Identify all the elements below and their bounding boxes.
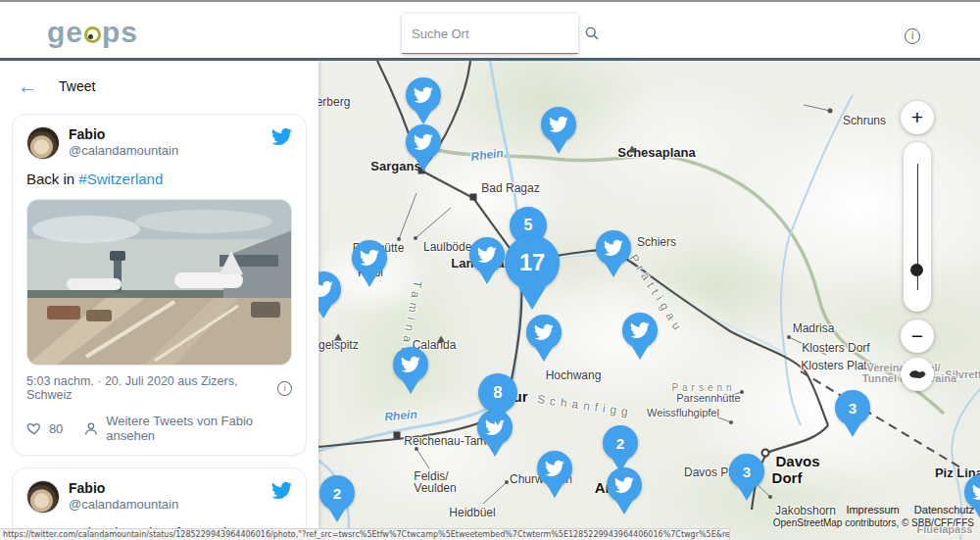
tweet-cluster-marker[interactable]: 2	[319, 475, 355, 522]
map-label: Davos Pl	[684, 466, 731, 479]
tweet-author[interactable]: Fabio	[69, 480, 178, 497]
twitter-bird-icon	[318, 279, 333, 299]
twitter-bird-icon	[360, 248, 379, 268]
map-label: erberg	[318, 95, 350, 109]
map-label: Schruns	[843, 114, 886, 127]
tweet-photo-airport[interactable]	[26, 199, 292, 366]
logo-text-post: ps	[102, 16, 138, 49]
tweet-marker[interactable]	[406, 124, 441, 172]
tweet-marker[interactable]	[537, 451, 572, 498]
impressum-link[interactable]: Impressum	[846, 504, 899, 515]
tweet-marker[interactable]	[596, 230, 631, 277]
twitter-icon[interactable]	[271, 480, 292, 501]
tweet-info-icon[interactable]: i	[277, 381, 292, 396]
zoom-slider-knob[interactable]	[910, 264, 923, 276]
tweet-marker[interactable]	[622, 313, 658, 360]
map-label: Bad Ragaz	[481, 181, 539, 195]
twitter-bird-icon	[414, 132, 433, 152]
search-input[interactable]	[412, 26, 584, 41]
panel-header: ← Tweet	[0, 61, 318, 112]
hashtag-link[interactable]: #Switzerland	[78, 171, 163, 187]
station-icon	[470, 194, 477, 201]
more-tweets-link[interactable]: Weitere Tweets von Fabio ansehen	[106, 414, 292, 443]
back-arrow-icon[interactable]: ←	[18, 76, 37, 96]
avatar[interactable]	[26, 126, 60, 160]
twitter-bird-icon	[401, 355, 420, 374]
tweet-marker[interactable]	[318, 271, 341, 319]
zoom-slider[interactable]	[904, 142, 931, 312]
logo-o-icon	[84, 26, 101, 43]
tweet-marker[interactable]	[352, 240, 387, 287]
map-label: Veulden	[414, 481, 456, 495]
tweet-card[interactable]: Fabio @calandamountain Back in #Switzerl…	[12, 114, 307, 456]
tweet-cluster-marker[interactable]: 3	[835, 390, 870, 437]
tweet-handle[interactable]: @calandamountain	[69, 143, 178, 159]
app-header: geps i	[0, 0, 980, 61]
tweet-marker[interactable]	[526, 315, 562, 362]
tweet-marker[interactable]	[541, 107, 576, 154]
like-icon[interactable]	[26, 420, 42, 437]
tweet-author[interactable]: Fabio	[69, 126, 178, 143]
station-icon	[394, 432, 401, 439]
tweet-marker[interactable]	[406, 77, 441, 124]
user-icon	[83, 420, 99, 437]
avatar[interactable]	[26, 480, 60, 514]
twitter-bird-icon	[614, 475, 634, 495]
twitter-bird-icon	[972, 482, 980, 502]
cluster-count: 2	[333, 485, 341, 502]
search-box	[402, 14, 578, 54]
cluster-count: 3	[743, 464, 751, 480]
map-label: Weissfluhgipfel	[647, 407, 719, 418]
map-label: Rhein	[384, 408, 417, 424]
tweet-text: Back in #Switzerland	[26, 170, 292, 189]
cluster-count: 17	[519, 250, 545, 276]
tweet-marker[interactable]	[469, 237, 505, 284]
map-label: Schiers	[637, 235, 676, 249]
twitter-bird-icon	[477, 245, 497, 265]
zoom-out-button[interactable]: −	[901, 319, 934, 353]
tweet-cluster-marker[interactable]: 2	[603, 425, 638, 472]
twitter-bird-icon	[414, 85, 433, 105]
search-icon[interactable]	[584, 25, 600, 41]
map-label: Heidbüel	[449, 506, 495, 519]
geops-logo: geps	[47, 16, 138, 49]
tweet-cluster-marker[interactable]: 8	[478, 373, 517, 425]
tweet-handle[interactable]: @calandamountain	[69, 497, 178, 513]
tweet-marker[interactable]	[393, 347, 428, 394]
osm-attribution: OpenStreetMap contributors, © SBB/CFF/FF…	[773, 517, 974, 528]
twitter-bird-icon	[549, 115, 568, 134]
zoom-in-button[interactable]: +	[901, 101, 934, 134]
map-attribution: Impressum Datenschutz OpenStreetMap cont…	[773, 504, 974, 528]
fit-switzerland-button[interactable]	[901, 358, 934, 391]
tweet-marker[interactable]	[964, 474, 980, 521]
map-label: Dorf	[772, 469, 803, 486]
panel-title: Tweet	[59, 78, 95, 94]
twitter-bird-icon	[604, 238, 623, 258]
cluster-count: 8	[493, 383, 502, 403]
map-label: Madrisa	[793, 321, 835, 335]
twitter-bird-icon	[534, 322, 554, 342]
peak-icon	[628, 146, 636, 153]
info-icon[interactable]: i	[905, 28, 920, 44]
twitter-icon[interactable]	[271, 126, 292, 147]
cluster-count: 3	[849, 400, 857, 417]
tweet-cluster-marker[interactable]: 3	[729, 454, 764, 501]
tweet-panel: ← Tweet Fabio @calandamountain Back in #…	[0, 61, 318, 540]
map-label: Klosters Platz	[801, 359, 872, 372]
tweet-cluster-marker[interactable]: 17	[505, 235, 560, 310]
tweet-meta: 5:03 nachm. · 20. Juli 2020 aus Zizers, …	[26, 374, 277, 402]
peak-icon	[334, 334, 342, 341]
map-label: Parsennhütte	[676, 392, 740, 404]
map-label: Parsenn	[671, 382, 735, 393]
switzerland-icon	[907, 368, 927, 380]
twitter-bird-icon	[630, 320, 650, 340]
tweet-marker[interactable]	[607, 467, 642, 515]
logo-text-pre: ge	[47, 16, 83, 49]
map-canvas[interactable]: erbergSargansRheinBad RagazSchrunsSchesa…	[318, 61, 980, 540]
map-label: Davos	[775, 453, 819, 469]
cluster-count: 5	[524, 217, 533, 234]
like-count: 80	[49, 421, 63, 436]
cluster-count: 2	[616, 435, 624, 452]
map-label: Klosters Dorf	[802, 341, 869, 355]
peak-icon	[437, 336, 445, 343]
